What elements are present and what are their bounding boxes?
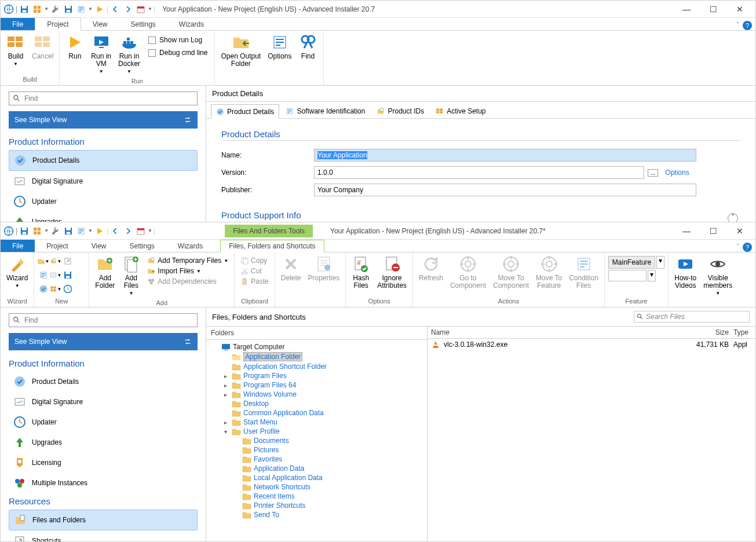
howto-videos-button[interactable]: How-to Videos <box>672 254 699 291</box>
tree-item[interactable]: Application Data <box>209 464 425 473</box>
expand-icon[interactable]: ▸ <box>221 419 229 426</box>
nav-files-folders[interactable]: Files and Folders <box>9 510 198 530</box>
file-tab[interactable]: File <box>1 18 35 30</box>
view-tab[interactable]: View <box>80 240 118 252</box>
close-button[interactable]: ✕ <box>726 222 753 240</box>
add-files-button[interactable]: Add Files▼ <box>119 254 143 298</box>
new-btn-icon[interactable]: ▼ <box>50 255 61 267</box>
minimize-button[interactable]: — <box>673 1 700 18</box>
build-icon[interactable] <box>31 225 43 237</box>
feature-dropdown-icon[interactable]: ▾ <box>648 270 656 281</box>
wizards-tab[interactable]: Wizards <box>166 240 214 252</box>
tree-item[interactable]: ▸ Program Files 64 <box>209 380 425 390</box>
project-tab[interactable]: Project <box>35 240 79 252</box>
nav-updater[interactable]: Updater <box>9 192 198 211</box>
version-field[interactable]: 1.0.0 <box>314 166 644 179</box>
tree-item[interactable]: Pictures <box>209 445 425 455</box>
find-input[interactable] <box>9 313 198 327</box>
search-files-input[interactable]: Search Files <box>634 311 750 323</box>
add-folder-button[interactable]: Add Folder <box>93 254 117 291</box>
maximize-button[interactable]: ☐ <box>700 1 726 18</box>
calendar-icon[interactable] <box>135 225 147 237</box>
nav-multiple-instances[interactable]: Multiple Instances <box>9 473 198 493</box>
new-btn-icon[interactable] <box>62 255 74 267</box>
feature-field[interactable] <box>608 270 647 281</box>
collapse-ribbon-icon[interactable]: ˆ <box>737 243 739 251</box>
version-more-button[interactable]: ... <box>648 169 658 177</box>
options-icon[interactable] <box>75 3 87 15</box>
name-field[interactable]: Your Application <box>314 149 696 162</box>
tree-item[interactable]: Documents <box>209 436 425 445</box>
help-icon[interactable]: ? <box>743 243 752 252</box>
find-input[interactable] <box>9 91 198 105</box>
nav-upgrades[interactable]: Upgrades <box>9 212 198 222</box>
save2-icon[interactable] <box>63 3 74 15</box>
calendar-icon[interactable] <box>135 3 147 15</box>
file-row[interactable]: vlc-3.0.18-win32.exe 41,731 KB Appl <box>428 339 755 350</box>
tab-product-details[interactable]: Product Details <box>211 104 279 119</box>
add-temp-button[interactable]: Add Temporary Files ▼ <box>145 256 231 265</box>
tree-item[interactable]: Send To <box>209 510 425 519</box>
save2-icon[interactable] <box>63 225 74 237</box>
ignore-attrs-button[interactable]: Ignore Attributes <box>375 254 409 291</box>
tree-item[interactable]: Local Application Data <box>209 473 425 482</box>
tab-active-setup[interactable]: Active Setup <box>430 104 491 118</box>
maximize-button[interactable]: ☐ <box>700 222 726 240</box>
tree-item[interactable]: Application Shortcut Folder <box>209 362 425 371</box>
tree-item[interactable]: Common Application Data <box>209 408 425 418</box>
run-button[interactable]: Run <box>63 32 86 61</box>
nav-product-details[interactable]: Product Details <box>9 372 198 391</box>
collapse-ribbon-icon[interactable]: ˆ <box>737 21 739 30</box>
settings-tab[interactable]: Settings <box>118 240 166 252</box>
version-options-link[interactable]: Options <box>665 169 689 177</box>
tree-item[interactable]: Network Shortcuts <box>209 482 425 492</box>
nav-product-details[interactable]: Product Details <box>9 150 198 171</box>
build-button[interactable]: Build▼ <box>4 32 27 69</box>
show-run-log-checkbox[interactable]: Show run Log <box>145 34 211 46</box>
minimize-button[interactable]: — <box>673 222 700 240</box>
new-btn-icon[interactable] <box>38 269 49 281</box>
new-btn-icon[interactable] <box>62 283 74 295</box>
forward-icon[interactable] <box>122 3 134 15</box>
wizard-button[interactable]: Wizard▼ <box>4 254 30 291</box>
tab-product-ids[interactable]: Product IDs <box>371 104 429 118</box>
save-icon[interactable] <box>19 225 30 237</box>
files-folders-tab[interactable]: Files, Folders and Shortcuts <box>220 240 324 252</box>
expand-icon[interactable]: ▸ <box>221 373 229 379</box>
back-icon[interactable] <box>109 3 121 15</box>
new-btn-icon[interactable]: ▼ <box>38 255 49 267</box>
col-size[interactable]: Size <box>682 328 729 336</box>
expand-icon[interactable]: ▸ <box>221 382 229 389</box>
project-tab[interactable]: Project <box>35 17 81 31</box>
expand-icon[interactable]: ▾ <box>221 429 229 435</box>
tree-item[interactable]: ▾ User Profile <box>209 427 425 436</box>
settings-tab[interactable]: Settings <box>119 18 167 30</box>
nav-digital-signature[interactable]: Digital Signature <box>9 392 198 412</box>
wrench-icon[interactable] <box>50 3 61 15</box>
tree-item[interactable]: ▸ Start Menu <box>209 418 425 427</box>
tree-item[interactable]: Favorites <box>209 455 425 464</box>
run-vm-button[interactable]: Run in VM▼ <box>89 32 114 76</box>
nav-digital-signature[interactable]: Digital Signature <box>9 171 198 191</box>
find-button[interactable]: Find <box>297 32 320 61</box>
view-tab[interactable]: View <box>81 18 119 30</box>
options-icon[interactable] <box>75 225 87 237</box>
debug-cmd-checkbox[interactable]: Debug cmd line <box>145 47 211 58</box>
import-files-button[interactable]: Import Files ▼ <box>145 266 231 276</box>
hash-files-button[interactable]: Hash Files <box>349 254 372 291</box>
feature-dropdown-icon[interactable]: ▾ <box>656 256 664 269</box>
forward-icon[interactable] <box>122 225 134 237</box>
save-icon[interactable] <box>19 3 30 15</box>
expand-icon[interactable]: ▸ <box>221 391 229 398</box>
tree-item[interactable]: ▸ Program Files <box>209 371 425 380</box>
help-icon[interactable]: ? <box>743 21 752 30</box>
visible-members-button[interactable]: Visible members▼ <box>701 254 735 298</box>
back-icon[interactable] <box>109 225 121 237</box>
new-btn-icon[interactable]: ▼ <box>50 269 61 281</box>
new-btn-icon[interactable] <box>38 283 49 295</box>
run-docker-button[interactable]: Run in Docker▼ <box>116 32 143 76</box>
col-name[interactable]: Name <box>431 328 682 336</box>
simple-view-button[interactable]: See Simple View <box>9 333 198 350</box>
run-icon[interactable] <box>94 3 105 15</box>
folder-tree[interactable]: Target Computer Application Folder Appli… <box>206 340 427 541</box>
